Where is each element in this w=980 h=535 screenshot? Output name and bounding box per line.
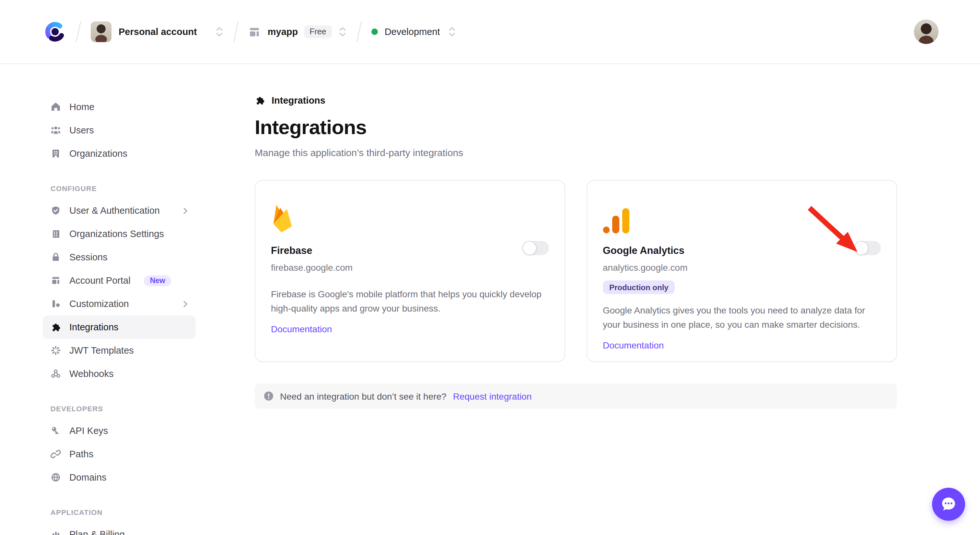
- breadcrumb: Integrations: [255, 95, 897, 106]
- sidebar-item-label: Domains: [69, 472, 106, 483]
- firebase-toggle[interactable]: [522, 241, 549, 255]
- sidebar-item-paths[interactable]: Paths: [43, 442, 196, 466]
- body: Home Users Organizations CO: [0, 64, 980, 535]
- new-badge: New: [144, 275, 171, 286]
- sidebar-item-jwt-templates[interactable]: JWT Templates: [43, 339, 196, 362]
- chevron-right-icon: [183, 300, 188, 307]
- building-icon: [51, 229, 61, 239]
- sidebar-item-api-keys[interactable]: API Keys: [43, 419, 196, 442]
- integration-domain: firebase.google.com: [271, 262, 549, 273]
- sidebar-item-label: Customization: [69, 298, 129, 309]
- sidebar-item-label: Users: [69, 125, 94, 135]
- chevron-up-down-icon: [215, 25, 224, 38]
- breadcrumb-slash: [233, 20, 239, 43]
- chevron-up-down-icon: [339, 25, 347, 38]
- sidebar: Home Users Organizations CO: [43, 64, 196, 535]
- sidebar-item-label: Integrations: [69, 322, 119, 332]
- card-title-row: Firebase: [271, 243, 549, 258]
- sidebar-item-organizations[interactable]: Organizations: [43, 142, 196, 165]
- sidebar-item-webhooks[interactable]: Webhooks: [43, 362, 196, 386]
- integration-name: Google Analytics: [603, 245, 684, 257]
- breadcrumb-slash: [75, 20, 82, 43]
- integration-domain: analytics.google.com: [603, 262, 881, 273]
- sidebar-item-sessions[interactable]: Sessions: [43, 246, 196, 269]
- clerk-dashboard: Personal account myapp Free: [0, 0, 980, 535]
- sidebar-item-organizations-settings[interactable]: Organizations Settings: [43, 222, 196, 246]
- sidebar-item-label: Organizations: [69, 148, 127, 159]
- account-label: Personal account: [119, 27, 197, 37]
- card-title-row: Google Analytics: [603, 243, 881, 258]
- main-content: Integrations Integrations Manage this ap…: [196, 64, 980, 409]
- puzzle-icon: [255, 95, 265, 106]
- card-logo: [271, 200, 549, 234]
- integration-description: Firebase is Google's mobile platform tha…: [271, 287, 549, 316]
- burst-icon: [51, 345, 61, 356]
- google-analytics-toggle[interactable]: [854, 241, 881, 255]
- account-avatar: [91, 21, 111, 42]
- integration-cards: Firebase firebase.google.com Firebase is…: [255, 180, 897, 362]
- support-chat-button[interactable]: [932, 488, 965, 521]
- sidebar-item-label: Webhooks: [69, 368, 114, 379]
- sidebar-item-label: Home: [69, 102, 94, 112]
- sidebar-item-domains[interactable]: Domains: [43, 466, 196, 489]
- sidebar-item-users[interactable]: Users: [43, 119, 196, 142]
- users-icon: [51, 125, 61, 135]
- top-bar: Personal account myapp Free: [0, 0, 980, 64]
- sidebar-item-label: Sessions: [69, 252, 108, 262]
- sidebar-section-configure: CONFIGURE: [51, 184, 188, 192]
- customization-icon: [51, 298, 61, 309]
- webhooks-icon: [51, 368, 61, 379]
- sidebar-section-application: APPLICATION: [51, 508, 188, 516]
- shield-check-icon: [51, 205, 61, 216]
- toggle-knob: [522, 241, 537, 255]
- chevron-up-down-icon: [448, 25, 456, 38]
- lock-icon: [51, 252, 61, 262]
- sidebar-item-integrations[interactable]: Integrations: [43, 316, 196, 339]
- request-integration-link[interactable]: Request integration: [453, 391, 532, 401]
- integration-name: Firebase: [271, 245, 312, 257]
- account-switcher-button[interactable]: Personal account: [91, 21, 224, 42]
- sidebar-item-label: Organizations Settings: [69, 229, 164, 239]
- app-name-label: myapp: [268, 27, 298, 37]
- info-icon: [264, 391, 274, 401]
- sidebar-item-label: Account Portal: [69, 275, 130, 286]
- user-avatar[interactable]: [914, 19, 939, 44]
- puzzle-icon: [51, 322, 61, 332]
- sidebar-item-home[interactable]: Home: [43, 95, 196, 119]
- google-analytics-logo-icon: [603, 208, 631, 234]
- chat-bubble-icon: [940, 495, 957, 513]
- sidebar-item-account-portal[interactable]: Account Portal New: [43, 269, 196, 292]
- page-subtitle: Manage this application’s third-party in…: [255, 147, 897, 158]
- application-switcher-button[interactable]: myapp Free: [248, 25, 347, 38]
- app-layout-icon: [248, 25, 261, 38]
- sidebar-item-label: User & Authentication: [69, 205, 160, 216]
- layout-icon: [51, 275, 61, 286]
- environment-switcher-button[interactable]: Development: [372, 25, 456, 38]
- clerk-logo-icon[interactable]: [44, 21, 66, 43]
- integration-card-firebase: Firebase firebase.google.com Firebase is…: [255, 180, 565, 362]
- chevron-right-icon: [183, 207, 188, 214]
- sidebar-item-label: Paths: [69, 449, 93, 459]
- organizations-icon: [51, 148, 61, 159]
- request-bar-text: Need an integration but don’t see it her…: [280, 391, 447, 401]
- sidebar-section-developers: DEVELOPERS: [51, 405, 188, 413]
- sidebar-item-label: Plan & Billing: [69, 529, 125, 535]
- plan-badge: Free: [304, 25, 332, 38]
- sidebar-item-user-authentication[interactable]: User & Authentication: [43, 199, 196, 222]
- documentation-link[interactable]: Documentation: [271, 324, 332, 335]
- globe-icon: [51, 472, 61, 483]
- key-icon: [51, 425, 61, 436]
- request-integration-bar: Need an integration but don’t see it her…: [255, 383, 897, 409]
- environment-label: Development: [385, 27, 440, 37]
- sidebar-item-label: JWT Templates: [69, 345, 134, 356]
- documentation-link[interactable]: Documentation: [603, 340, 664, 351]
- environment-status-dot: [372, 29, 378, 35]
- page-title: Integrations: [255, 116, 897, 139]
- production-only-badge: Production only: [603, 281, 675, 294]
- integration-description: Google Analytics gives you the tools you…: [603, 304, 881, 332]
- bar-chart-icon: [51, 529, 61, 535]
- sidebar-item-customization[interactable]: Customization: [43, 292, 196, 316]
- toggle-knob: [854, 241, 869, 255]
- sidebar-item-plan-billing[interactable]: Plan & Billing: [43, 523, 196, 535]
- link-icon: [51, 449, 61, 459]
